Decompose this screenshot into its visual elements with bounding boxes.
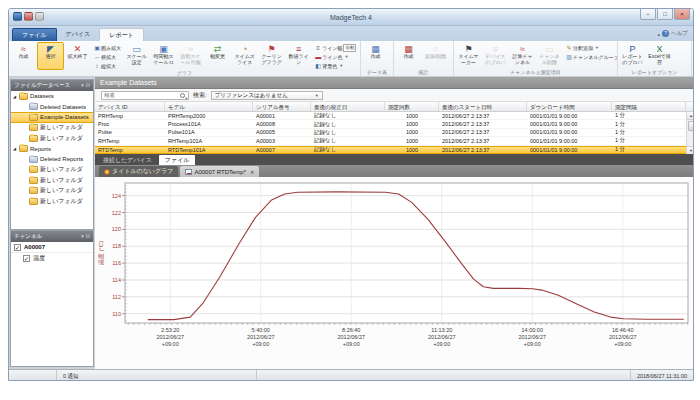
tab-files[interactable]: ファイル: [159, 155, 196, 165]
ribbon-small-button[interactable]: ▥ チャンネルグループ ▼: [565, 52, 618, 61]
ribbon-button[interactable]: ≈ 自動スケール可能: [177, 42, 204, 70]
tree-item[interactable]: ◢ 新しいフォルダ: [11, 175, 93, 186]
folder-icon: [29, 198, 38, 205]
tab-active-graph[interactable]: A00007 RTDTemp* ✕: [180, 166, 259, 177]
ribbon-button-icon: ≡: [493, 44, 498, 54]
ribbon-button[interactable]: ≈ 作成: [10, 42, 37, 70]
tree-item[interactable]: ◢ 新しいフォルダ: [11, 123, 93, 134]
table-scrollbar[interactable]: ▲ ▼: [686, 112, 694, 154]
checkbox-checked-icon[interactable]: ✓: [23, 255, 30, 262]
tab-device[interactable]: デバイス: [57, 28, 100, 41]
ribbon-button[interactable]: ⚑ クーリングフラグ: [258, 42, 285, 70]
ribbon-button[interactable]: ◤ 選択: [37, 42, 64, 70]
table-row[interactable]: Pulse Pulse101A A00005 記録なし 1000 2012/06…: [95, 129, 694, 137]
column-header[interactable]: 測定間隔: [612, 102, 686, 111]
tree-item-label: 新しいフォルダ: [40, 165, 83, 174]
tree-item[interactable]: ◢ 新しいフォルダ: [11, 196, 93, 207]
ribbon-group-report-options: P レポートのプロパティ X Excelで保存 レポートオプション: [618, 41, 692, 76]
channel-device-row[interactable]: ✓ A00007: [11, 242, 93, 253]
tree-item[interactable]: ◢ Deleted Datasets: [11, 102, 93, 113]
ribbon-small-button[interactable]: ◧ 背景色 ▼: [314, 61, 356, 70]
notification-count[interactable]: 0 通知: [57, 370, 257, 381]
chart-panel[interactable]: 2:53:202012/06/27+09:005:40:002012/06/27…: [95, 177, 694, 369]
file-database-header[interactable]: ファイルデータベース ▾ ⊡: [11, 80, 93, 91]
help-button[interactable]: ▴ ? ヘルプ: [658, 26, 688, 41]
table-row[interactable]: PRHTemp PRHTemp2000 A00001 記録なし 1000 201…: [95, 112, 694, 120]
channels-header[interactable]: チャンネル ▾ ⊡: [11, 231, 93, 242]
tree-item[interactable]: ◢ Deleted Reports: [11, 154, 93, 165]
close-tab-icon[interactable]: ✕: [250, 169, 254, 175]
chevron-down-icon[interactable]: ▾: [81, 80, 84, 91]
ribbon-button[interactable]: ▭ チャンネル削除: [536, 42, 563, 69]
column-header[interactable]: 測定回数: [385, 102, 439, 111]
checkbox-checked-icon[interactable]: ✓: [14, 244, 21, 251]
search-input[interactable]: [102, 92, 180, 98]
ribbon-button[interactable]: ◔ タイムスライス: [231, 42, 258, 70]
tree-item[interactable]: ◢ Example Datasets: [11, 112, 93, 123]
ribbon-button[interactable]: ▦ 作成: [395, 42, 422, 69]
ribbon-button[interactable]: ▦ 作成: [362, 42, 389, 69]
ribbon-group-datatable: ▦ 作成 データ表: [361, 41, 394, 76]
scroll-down-icon[interactable]: ▼: [687, 146, 694, 154]
scroll-up-icon[interactable]: ▲: [687, 112, 694, 120]
column-header[interactable]: 最後のスタート日時: [439, 102, 527, 111]
ribbon-button-icon: ▬: [314, 54, 322, 60]
ribbon-button[interactable]: X Excelで保存: [646, 42, 673, 69]
ribbon-small-button[interactable]: ≡ ライン幅 自動 ▼: [314, 43, 356, 52]
ribbon-small-button[interactable]: ▣ 囲み拡大: [93, 43, 121, 52]
preference-select[interactable]: プリファレンスはありません ▼: [211, 91, 323, 100]
column-header[interactable]: デバイス ID: [95, 102, 165, 111]
column-header[interactable]: 最後の校正日: [311, 102, 385, 111]
ribbon-button[interactable]: P レポートのプロパティ: [619, 42, 646, 69]
column-header[interactable]: シリアル番号: [253, 102, 311, 111]
svg-text:14:00:002012/06/27+09:00: 14:00:002012/06/27+09:00: [518, 327, 546, 347]
folder-icon: [29, 135, 38, 142]
folder-icon: [29, 166, 38, 173]
minimize-button[interactable]: –: [640, 9, 656, 20]
ribbon-small-button[interactable]: ▬ ライン色 ▼: [314, 52, 356, 61]
ribbon-button[interactable]: ≈ 計算チャンネル: [509, 42, 536, 69]
tab-untitled-graph[interactable]: タイトルのないグラフ: [99, 166, 178, 177]
ribbon-small-button[interactable]: ✎ 注釈追加 ▼: [565, 43, 618, 52]
pin-icon[interactable]: ⊡: [86, 231, 90, 242]
tab-file[interactable]: ファイル: [12, 28, 57, 41]
ribbon-button[interactable]: ≡ 数値ライン: [285, 42, 312, 70]
tab-report[interactable]: レポート: [99, 28, 143, 41]
ribbon-button-icon: ✕: [74, 44, 82, 54]
table-row[interactable]: Proc Process101A A00008 記録なし 1000 2012/0…: [95, 120, 694, 128]
column-header[interactable]: ダウンロード時間: [527, 102, 612, 111]
folder-icon: [29, 114, 38, 121]
pin-icon[interactable]: ⊡: [86, 80, 90, 91]
table-row[interactable]: RHTemp RHTemp101A A00003 記録なし 1000 2012/…: [95, 137, 694, 145]
search-box[interactable]: [101, 91, 189, 100]
channel-measurement-row[interactable]: ✓ 温度: [11, 253, 93, 264]
ribbon-button[interactable]: ≡ デバイスのプロパティ: [482, 42, 509, 69]
ribbon-button[interactable]: ⇄ 軸変更: [204, 42, 231, 70]
tree-item[interactable]: ◢ Datasets: [11, 91, 93, 102]
scrollbar-thumb[interactable]: [688, 121, 694, 131]
column-header[interactable]: モデル: [165, 102, 253, 111]
table-row[interactable]: RTDTemp RTDTemp101A A00007 記録なし 1000 201…: [95, 146, 694, 154]
tree-item[interactable]: ◢ 新しいフォルダ: [11, 165, 93, 176]
minimize-ribbon-icon[interactable]: ▴: [658, 31, 661, 37]
ribbon-button-icon: ✎: [565, 44, 573, 51]
title-bar[interactable]: MadgeTech 4 – □ ×: [9, 9, 693, 26]
ribbon-small-button[interactable]: ↕ 縦拡大: [93, 61, 121, 70]
ribbon-button[interactable]: ▭ スケール設定: [123, 42, 150, 70]
maximize-button[interactable]: □: [657, 9, 673, 20]
tree-item-label: 新しいフォルダ: [40, 123, 83, 132]
temperature-chart[interactable]: 2:53:202012/06/27+09:005:40:002012/06/27…: [95, 177, 694, 369]
chevron-down-icon[interactable]: ▾: [81, 231, 84, 242]
ribbon-button[interactable]: ○ 追加/削除: [422, 42, 449, 69]
tree-item[interactable]: ◢ 新しいフォルダ: [11, 186, 93, 197]
ribbon-small-button[interactable]: ↔ 横拡大: [93, 52, 121, 61]
ribbon-button[interactable]: ⚑ タイムマーカー: [455, 42, 482, 69]
ribbon-button[interactable]: ✕ 拡大終了: [64, 42, 91, 70]
line-width-spinner[interactable]: 自動: [343, 44, 356, 52]
tree-item[interactable]: ◢ Reports: [11, 144, 93, 155]
ribbon-button[interactable]: ▣ 時間軸スケールロック: [150, 42, 177, 70]
svg-text:116: 116: [112, 260, 121, 266]
close-button[interactable]: ×: [674, 9, 690, 20]
tree-item[interactable]: ◢ 新しいフォルダ: [11, 133, 93, 144]
tab-connected-devices[interactable]: 接続したデバイス: [97, 155, 158, 165]
